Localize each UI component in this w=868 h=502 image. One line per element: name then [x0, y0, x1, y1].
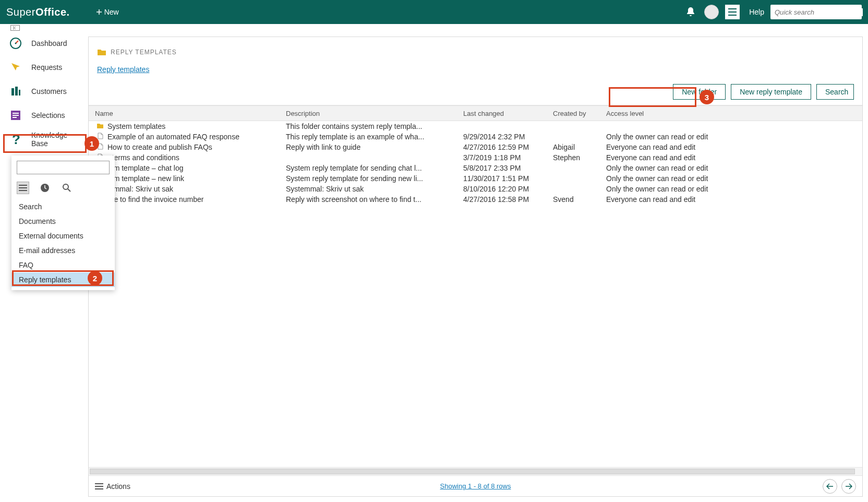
table-row[interactable]: tem template – chat logSystem reply temp… — [89, 163, 862, 173]
dropdown-item-external-documents[interactable]: External documents — [11, 229, 115, 243]
table-row[interactable]: tem template – new linkSystem reply temp… — [89, 173, 862, 184]
row-name: tem template – chat log — [107, 164, 184, 172]
svg-rect-17 — [95, 486, 103, 487]
row-name: ere to find the invoice number — [107, 195, 203, 204]
svg-rect-5 — [19, 90, 20, 95]
table-row[interactable]: r terms and conditions3/7/2019 1:18 PMSt… — [89, 152, 862, 163]
sidebar-item-label: Knowledge Base — [31, 131, 86, 148]
sidebar-item-dashboard[interactable]: Dashboard — [0, 31, 86, 55]
user-avatar[interactable] — [704, 5, 719, 19]
sidebar-item-knowledge-base[interactable]: ? Knowledge Base — [0, 127, 86, 151]
sidebar: Dashboard Requests Customers Selections … — [0, 31, 86, 151]
svg-rect-13 — [19, 190, 27, 191]
sidebar-item-customers[interactable]: Customers — [0, 79, 86, 103]
table-row[interactable]: temmal: Skriv ut sakSystemmal: Skriv ut … — [89, 184, 862, 194]
row-last-changed: 4/27/2016 12:58 PM — [459, 195, 549, 204]
dropdown-search[interactable] — [17, 161, 110, 174]
breadcrumb-link[interactable]: Reply templates — [97, 65, 149, 74]
requests-icon — [9, 61, 22, 74]
folder-icon — [95, 123, 105, 129]
row-description: This folder contains system reply templa… — [282, 122, 459, 130]
annotation-callout-1: 1 — [85, 136, 99, 151]
new-button[interactable]: New — [96, 8, 119, 16]
col-description[interactable]: Description — [282, 110, 459, 117]
actions-menu[interactable]: Actions — [95, 482, 130, 491]
hamburger-icon — [95, 483, 103, 490]
search-button[interactable]: Search — [816, 84, 854, 100]
table-header: Name Description Last changed Created by… — [89, 105, 862, 121]
prev-page-button[interactable] — [823, 479, 837, 494]
main-header: REPLY TEMPLATES Reply templates — [89, 37, 862, 79]
knowledge-base-icon: ? — [9, 133, 22, 146]
row-access: Everyone can read and edit — [602, 143, 738, 151]
table-row[interactable]: How to create and publish FAQsReply with… — [89, 142, 862, 152]
search-tab-icon[interactable] — [61, 182, 73, 194]
dropdown-item-documents[interactable]: Documents — [11, 214, 115, 229]
row-access: Only the owner can read or edit — [602, 133, 738, 141]
row-access: Everyone can read and edit — [602, 153, 738, 162]
svg-rect-16 — [95, 483, 103, 484]
row-name: temmal: Skriv ut sak — [107, 185, 173, 193]
row-description: System reply template for sending new li… — [282, 174, 459, 183]
row-name: How to create and publish FAQs — [107, 143, 212, 151]
row-last-changed: 5/8/2017 2:33 PM — [459, 164, 549, 172]
row-last-changed: 4/27/2016 12:59 PM — [459, 143, 549, 151]
dropdown-item-search[interactable]: Search — [11, 199, 115, 214]
showing-rows[interactable]: Showing 1 - 8 of 8 rows — [440, 482, 511, 490]
svg-rect-7 — [13, 113, 19, 114]
quick-search[interactable] — [770, 5, 862, 19]
table-row[interactable]: System templatesThis folder contains sys… — [89, 121, 862, 132]
dropdown-search-input[interactable] — [20, 161, 106, 174]
row-last-changed: 9/29/2014 2:32 PM — [459, 133, 549, 141]
sidebar-item-selections[interactable]: Selections — [0, 103, 86, 127]
row-description: Reply with screenshot on where to find t… — [282, 195, 459, 204]
row-access: Everyone can read and edit — [602, 195, 738, 204]
col-name[interactable]: Name — [89, 110, 282, 117]
row-last-changed: 8/10/2016 12:20 PM — [459, 185, 549, 193]
row-name: tem template – new link — [107, 174, 184, 183]
row-access: Only the owner can read or edit — [602, 174, 738, 183]
action-bar: New folder New reply template Search — [89, 79, 862, 105]
row-last-changed: 3/7/2019 1:18 PM — [459, 153, 549, 162]
sidebar-item-label: Customers — [31, 87, 67, 95]
row-description: Reply with link to guide — [282, 143, 459, 151]
app-header: SuperOffice. New Help — [0, 0, 868, 24]
list-view-icon[interactable] — [17, 182, 29, 194]
next-page-button[interactable] — [841, 479, 856, 494]
help-link[interactable]: Help — [749, 8, 764, 16]
main-menu-button[interactable] — [725, 5, 740, 19]
notifications-icon[interactable] — [683, 5, 698, 19]
row-access: Only the owner can read or edit — [602, 185, 738, 193]
col-last-changed[interactable]: Last changed — [459, 110, 549, 117]
row-description: Systemmal: Skriv ut sak — [282, 185, 459, 193]
svg-rect-11 — [19, 185, 27, 186]
plus-icon — [96, 9, 102, 15]
collapse-sidebar-icon[interactable] — [10, 25, 20, 31]
row-name: Example of an automated FAQ response — [107, 133, 239, 141]
history-icon[interactable] — [39, 182, 51, 194]
annotation-callout-3: 3 — [700, 90, 714, 104]
page-title: REPLY TEMPLATES — [111, 49, 177, 56]
col-access-level[interactable]: Access level — [602, 110, 738, 117]
svg-rect-4 — [15, 87, 18, 95]
customers-icon — [9, 85, 22, 98]
row-access: Only the owner can read or edit — [602, 164, 738, 172]
knowledge-base-dropdown: Search Documents External documents E-ma… — [11, 156, 115, 290]
svg-point-2 — [15, 43, 17, 44]
new-reply-template-button[interactable]: New reply template — [731, 84, 811, 100]
sidebar-item-requests[interactable]: Requests — [0, 55, 86, 79]
table-row[interactable]: ere to find the invoice numberReply with… — [89, 194, 862, 205]
row-created-by: Abigail — [549, 143, 602, 151]
quick-search-input[interactable] — [775, 8, 863, 16]
svg-rect-3 — [11, 88, 14, 95]
dropdown-item-faq[interactable]: FAQ — [11, 258, 115, 272]
svg-point-15 — [63, 184, 68, 189]
table-row[interactable]: Example of an automated FAQ responseThis… — [89, 132, 862, 142]
collapse-bar — [0, 24, 868, 31]
col-created-by[interactable]: Created by — [549, 110, 602, 117]
horizontal-scrollbar[interactable] — [89, 467, 862, 475]
annotation-callout-2: 2 — [88, 271, 102, 285]
row-created-by: Svend — [549, 195, 602, 204]
dropdown-item-email-addresses[interactable]: E-mail addresses — [11, 243, 115, 258]
actions-label: Actions — [106, 482, 130, 491]
